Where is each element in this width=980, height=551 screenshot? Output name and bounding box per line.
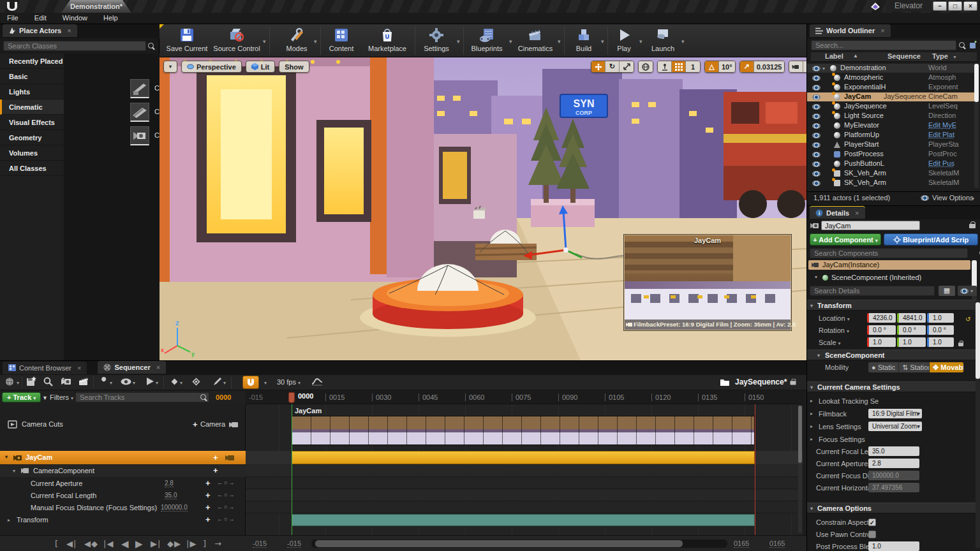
rotation-x-field[interactable]: 0.0 °: [867, 325, 896, 335]
launch-caret-icon[interactable]: ▾: [681, 38, 685, 45]
rotate-tool-button[interactable]: ↻: [605, 61, 620, 72]
auto-key-button[interactable]: [189, 375, 203, 388]
category-cinematic[interactable]: Cinematic: [0, 99, 64, 115]
tracks-scrollbar[interactable]: [798, 406, 802, 533]
visibility-eye-icon[interactable]: [812, 104, 820, 110]
tab-world-outliner[interactable]: World Outliner ×: [810, 24, 891, 37]
rotation-snap-value[interactable]: 10°: [719, 61, 735, 72]
expander-icon[interactable]: ▾: [815, 274, 817, 280]
add-key-icon[interactable]: +: [205, 478, 211, 488]
tab-details[interactable]: i Details ×: [810, 206, 865, 219]
aperture-field[interactable]: 2.8: [868, 459, 919, 468]
mobility-static-button[interactable]: ● Static: [868, 362, 899, 372]
section-camera-options[interactable]: ▾Camera Options: [807, 503, 977, 513]
transform-track[interactable]: ▸ Transform + ←○→: [0, 514, 246, 525]
build-caret-icon[interactable]: ▾: [601, 38, 604, 45]
play-forward-button[interactable]: ▶: [135, 538, 144, 550]
component-row-scene[interactable]: ▾ SceneComponent (Inherited): [808, 273, 970, 283]
save-sequence-button[interactable]: [24, 375, 38, 388]
timeline-scrollbar[interactable]: [311, 540, 727, 548]
timeline-scrollbar-thumb[interactable]: [315, 540, 683, 547]
modes-caret-icon[interactable]: ▾: [314, 38, 317, 45]
sequence-breadcrumb[interactable]: JaySequence*: [735, 378, 787, 386]
add-key-icon[interactable]: +: [205, 503, 211, 512]
show-flags-button[interactable]: Show: [279, 61, 309, 73]
section-current-camera-settings[interactable]: ▾Current Camera Settings: [807, 381, 977, 392]
camera-lock-icon[interactable]: [228, 421, 239, 429]
visibility-eye-icon[interactable]: [812, 75, 820, 81]
grid-snap-value[interactable]: 1: [686, 61, 700, 72]
camera-cuts-clip[interactable]: [292, 416, 755, 445]
mobility-movable-button[interactable]: ✥ Movable: [930, 362, 964, 372]
actor-name-field[interactable]: [821, 221, 920, 230]
step-forward-button[interactable]: ▶|: [151, 539, 161, 548]
table-row[interactable]: SK_Veh_ArmSkeletalM: [807, 179, 977, 187]
minimize-button[interactable]: –: [933, 1, 947, 11]
add-property-icon[interactable]: +: [213, 466, 218, 475]
add-camera-button[interactable]: Camera: [200, 420, 225, 428]
menu-help[interactable]: Help: [96, 13, 125, 23]
search-components-input[interactable]: [810, 248, 968, 258]
table-row[interactable]: PlayerStartPlayerSta: [807, 140, 977, 149]
previous-key-button[interactable]: ◀◆: [84, 539, 98, 548]
snap-options-caret-icon[interactable]: ▾: [264, 380, 267, 386]
close-tab-icon[interactable]: ×: [156, 364, 160, 371]
table-row[interactable]: Light SourceDirection: [807, 112, 977, 121]
focus-settings-row[interactable]: ▸Focus Settings: [807, 434, 977, 445]
menu-window[interactable]: Window: [56, 13, 94, 23]
table-row[interactable]: PostProcessPostProc: [807, 150, 977, 159]
menu-edit[interactable]: Edit: [27, 13, 54, 23]
table-row[interactable]: ExponentialHExponent: [807, 83, 977, 92]
category-visual-effects[interactable]: Visual Effects: [0, 115, 64, 130]
rotation-y-field[interactable]: 0.0 °: [897, 325, 926, 335]
blueprints-caret-icon[interactable]: ▾: [509, 38, 512, 45]
set-start-button[interactable]: [: [55, 539, 59, 548]
view-options-button[interactable]: View Options: [932, 194, 974, 202]
search-classes-input[interactable]: [3, 41, 146, 51]
search-tracks-input[interactable]: [75, 392, 209, 402]
category-all-classes[interactable]: All Classes: [0, 161, 64, 176]
titlebar[interactable]: Demonstration* Elevator – □ ×: [0, 0, 980, 13]
property-value[interactable]: 35.0: [165, 492, 177, 499]
settings-caret-icon[interactable]: ▾: [457, 38, 460, 45]
create-camera-button[interactable]: [59, 375, 73, 388]
modes-button[interactable]: Modes: [273, 26, 320, 55]
category-geometry[interactable]: Geometry: [0, 130, 64, 145]
launch-button[interactable]: Launch: [646, 26, 680, 55]
edit-blueprint-link[interactable]: Edit MyE: [928, 121, 973, 129]
source-control-caret-icon[interactable]: ▾: [263, 38, 266, 45]
close-tab-icon[interactable]: ×: [77, 364, 81, 372]
edit-blueprint-link[interactable]: Edit Plat: [928, 131, 973, 138]
set-end-button[interactable]: ]: [203, 539, 207, 548]
visibility-eye-icon[interactable]: [812, 152, 820, 158]
camera-lock-icon[interactable]: [225, 454, 235, 462]
edit-blueprint-link[interactable]: Edit Pus: [928, 159, 973, 167]
next-key-button[interactable]: ◆▶: [167, 539, 181, 548]
edit-pen-button[interactable]: [211, 375, 225, 388]
tab-place-actors[interactable]: Place Actors ×: [3, 24, 77, 37]
scale-tool-button[interactable]: [620, 61, 634, 72]
column-type[interactable]: Type: [932, 52, 948, 60]
visibility-eye-icon[interactable]: [812, 133, 820, 138]
rotation-z-field[interactable]: 0.0 °: [927, 325, 954, 335]
expander-icon[interactable]: ▸: [8, 517, 10, 523]
visibility-eye-icon[interactable]: [812, 114, 820, 119]
maximize-button[interactable]: □: [948, 1, 962, 11]
table-row[interactable]: SK_Veh_ArmSkeletalM: [807, 169, 977, 178]
marketplace-button[interactable]: Marketplace: [362, 26, 412, 55]
add-camera-cut-icon[interactable]: +: [193, 420, 198, 429]
curve-editor-button[interactable]: [310, 375, 324, 388]
add-actor-icon[interactable]: [969, 41, 978, 49]
loop-mode-button[interactable]: →: [214, 539, 222, 548]
key-navigation[interactable]: ←○→: [217, 480, 235, 486]
visibility-eye-icon[interactable]: [812, 171, 820, 177]
scale-label[interactable]: Scale ▾: [819, 337, 841, 349]
table-row[interactable]: MyElevatorEdit MyE: [807, 121, 977, 130]
table-row[interactable]: PlatformUpEdit Plat: [807, 131, 977, 140]
add-key-icon[interactable]: +: [205, 490, 211, 500]
tab-content-browser[interactable]: Content Browser ×: [3, 362, 87, 374]
column-label[interactable]: Label: [825, 52, 843, 60]
category-basic[interactable]: Basic: [0, 69, 64, 84]
play-button[interactable]: Play: [610, 26, 638, 55]
visibility-eye-icon[interactable]: [812, 85, 820, 91]
